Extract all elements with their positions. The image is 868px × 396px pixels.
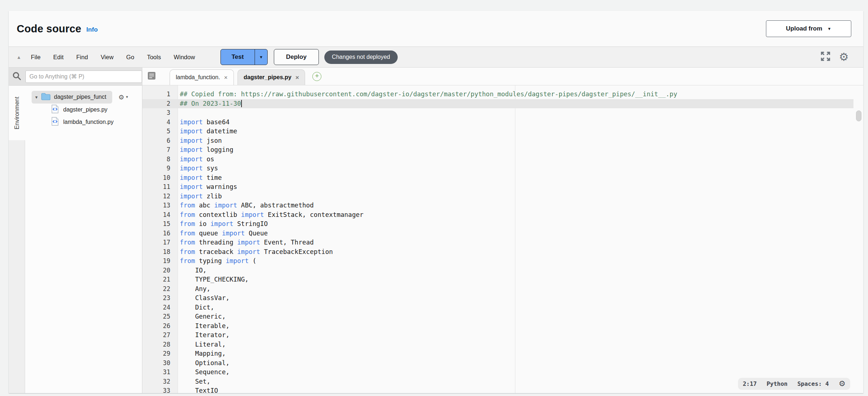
disclosure-triangle-icon[interactable]: ▾ bbox=[35, 94, 38, 100]
code-line[interactable]: 19from typing import ( bbox=[142, 256, 853, 266]
close-icon[interactable]: × bbox=[224, 74, 228, 81]
line-number[interactable]: 29 bbox=[142, 349, 178, 359]
code-line[interactable]: 2## On 2023-11-30 bbox=[142, 99, 853, 109]
code-line[interactable]: 21 TYPE_CHECKING, bbox=[142, 275, 853, 284]
code-line-text: from threading import Event, Thread bbox=[178, 238, 314, 247]
line-number[interactable]: 4 bbox=[142, 118, 178, 127]
menu-go[interactable]: Go bbox=[126, 54, 134, 61]
line-number[interactable]: 25 bbox=[142, 312, 178, 322]
code-line[interactable]: 24 Dict, bbox=[142, 303, 853, 312]
new-tab-button[interactable]: + bbox=[312, 72, 321, 81]
code-line[interactable]: 30 Optional, bbox=[142, 359, 853, 368]
line-number[interactable]: 13 bbox=[142, 201, 178, 210]
line-number[interactable]: 31 bbox=[142, 368, 178, 377]
line-number[interactable]: 32 bbox=[142, 377, 178, 387]
line-number[interactable]: 19 bbox=[142, 256, 178, 266]
code-line[interactable]: 27 Iterator, bbox=[142, 331, 853, 340]
code-line[interactable]: 7import logging bbox=[142, 145, 853, 155]
upload-from-button[interactable]: Upload from ▼ bbox=[766, 20, 851, 37]
code-line[interactable]: 26 Iterable, bbox=[142, 322, 853, 331]
test-button[interactable]: Test ▼ bbox=[220, 49, 268, 65]
line-number[interactable]: 22 bbox=[142, 284, 178, 294]
line-number[interactable]: 1 bbox=[142, 90, 178, 99]
tree-folder-item[interactable]: ▾ dagster_pipes_funct bbox=[32, 91, 112, 104]
menu-find[interactable]: Find bbox=[76, 54, 88, 61]
tree-file-item[interactable]: dagster_pipes.py bbox=[25, 104, 142, 116]
tree-settings-button[interactable]: ⚙ ▼ bbox=[118, 93, 129, 101]
line-number[interactable]: 23 bbox=[142, 294, 178, 303]
code-line[interactable]: 10import time bbox=[142, 173, 853, 183]
line-number[interactable]: 8 bbox=[142, 155, 178, 164]
code-line[interactable]: 25 Generic, bbox=[142, 312, 853, 322]
gear-icon[interactable]: ⚙ bbox=[839, 52, 849, 62]
search-input[interactable] bbox=[25, 70, 142, 83]
menu-tools[interactable]: Tools bbox=[147, 54, 161, 61]
fullscreen-icon[interactable] bbox=[820, 51, 831, 63]
line-number[interactable]: 16 bbox=[142, 229, 178, 238]
code-line[interactable]: 9import sys bbox=[142, 164, 853, 173]
code-line[interactable]: 28 Literal, bbox=[142, 340, 853, 349]
code-line[interactable]: 3 bbox=[142, 108, 853, 118]
code-line[interactable]: 5import datetime bbox=[142, 127, 853, 136]
code-line[interactable]: 4import base64 bbox=[142, 118, 853, 127]
code-line[interactable]: 16from queue import Queue bbox=[142, 229, 853, 238]
menu-view[interactable]: View bbox=[101, 54, 113, 61]
line-number[interactable]: 33 bbox=[142, 386, 178, 393]
tab-environment[interactable]: Environment bbox=[9, 86, 25, 140]
line-number[interactable]: 7 bbox=[142, 145, 178, 155]
menu-file[interactable]: File bbox=[31, 54, 41, 61]
code-line[interactable]: 14from contextlib import ExitStack, cont… bbox=[142, 210, 853, 220]
line-number[interactable]: 21 bbox=[142, 275, 178, 284]
line-number[interactable]: 6 bbox=[142, 136, 178, 146]
line-number[interactable]: 28 bbox=[142, 340, 178, 349]
line-number[interactable]: 3 bbox=[142, 108, 178, 118]
code-line[interactable]: 20 IO, bbox=[142, 266, 853, 275]
indentation-setting[interactable]: Spaces: 4 bbox=[797, 379, 829, 389]
code-line[interactable]: 22 Any, bbox=[142, 284, 853, 294]
line-number[interactable]: 20 bbox=[142, 266, 178, 275]
code-line[interactable]: 31 Sequence, bbox=[142, 368, 853, 377]
language-mode[interactable]: Python bbox=[767, 379, 788, 389]
vertical-scrollbar-thumb[interactable] bbox=[856, 110, 861, 121]
code-line[interactable]: 12import zlib bbox=[142, 192, 853, 201]
deploy-button[interactable]: Deploy bbox=[274, 49, 319, 65]
cursor-position[interactable]: 2:17 bbox=[743, 379, 757, 389]
code-line[interactable]: 8import os bbox=[142, 155, 853, 164]
code-editor[interactable]: 1## Copied from: https://raw.githubuserc… bbox=[142, 85, 863, 393]
line-number[interactable]: 9 bbox=[142, 164, 178, 173]
gear-icon[interactable]: ⚙ bbox=[839, 380, 845, 388]
menu-window[interactable]: Window bbox=[174, 54, 195, 61]
code-line[interactable]: 15from io import StringIO bbox=[142, 219, 853, 229]
code-line[interactable]: 17from threading import Event, Thread bbox=[142, 238, 853, 247]
code-line[interactable]: 29 Mapping, bbox=[142, 349, 853, 359]
line-number[interactable]: 2 bbox=[142, 99, 178, 109]
line-number[interactable]: 10 bbox=[142, 173, 178, 183]
code-line[interactable]: 1## Copied from: https://raw.githubuserc… bbox=[142, 90, 853, 99]
collapse-pane-button[interactable]: ▲ bbox=[13, 54, 24, 60]
line-number[interactable]: 14 bbox=[142, 210, 178, 220]
code-line[interactable]: 18from traceback import TracebackExcepti… bbox=[142, 247, 853, 257]
line-number[interactable]: 15 bbox=[142, 219, 178, 229]
line-number[interactable]: 11 bbox=[142, 182, 178, 192]
menu-edit[interactable]: Edit bbox=[53, 54, 64, 61]
test-button-label[interactable]: Test bbox=[221, 49, 255, 65]
line-number[interactable]: 30 bbox=[142, 359, 178, 368]
line-number[interactable]: 5 bbox=[142, 127, 178, 136]
line-number[interactable]: 27 bbox=[142, 331, 178, 340]
close-icon[interactable]: × bbox=[295, 74, 299, 81]
info-link[interactable]: Info bbox=[86, 26, 98, 33]
line-number[interactable]: 17 bbox=[142, 238, 178, 247]
line-number[interactable]: 18 bbox=[142, 247, 178, 257]
code-line[interactable]: 23 ClassVar, bbox=[142, 294, 853, 303]
line-number[interactable]: 12 bbox=[142, 192, 178, 201]
tree-file-item[interactable]: lambda_function.py bbox=[25, 116, 142, 128]
line-number[interactable]: 24 bbox=[142, 303, 178, 312]
tab-dagster_pipespy[interactable]: dagster_pipes.py× bbox=[238, 69, 305, 85]
code-line[interactable]: 6import json bbox=[142, 136, 853, 146]
code-line[interactable]: 11import warnings bbox=[142, 182, 853, 192]
test-dropdown-button[interactable]: ▼ bbox=[255, 49, 267, 65]
tab-list-icon[interactable] bbox=[147, 71, 156, 82]
code-line[interactable]: 13from abc import ABC, abstractmethod bbox=[142, 201, 853, 210]
line-number[interactable]: 26 bbox=[142, 322, 178, 331]
tab-lambda_function[interactable]: lambda_function.× bbox=[170, 69, 234, 85]
